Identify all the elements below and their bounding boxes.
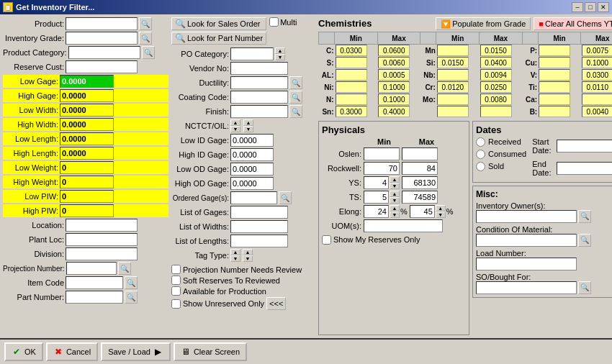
- rockwell-min-input[interactable]: [364, 162, 400, 175]
- ductility-search-btn[interactable]: 🔍: [289, 76, 302, 89]
- close-button[interactable]: ✕: [598, 2, 609, 12]
- low-length-input[interactable]: [60, 132, 114, 145]
- product-category-input[interactable]: [68, 46, 140, 59]
- chem-c-min[interactable]: [336, 45, 367, 56]
- elong-max-up[interactable]: ▲: [436, 205, 446, 211]
- rockwell-max-input[interactable]: [402, 162, 438, 175]
- high-width-input[interactable]: [60, 118, 114, 131]
- sold-radio[interactable]: [476, 162, 485, 171]
- po-category-up[interactable]: ▲: [275, 47, 285, 54]
- so-bought-for-input[interactable]: [476, 281, 577, 294]
- plant-loc-dropdown[interactable]: [66, 233, 138, 246]
- product-search-btn[interactable]: 🔍: [139, 17, 152, 30]
- chem-nb-max[interactable]: [480, 69, 512, 81]
- inventory-grade-input[interactable]: [66, 32, 138, 45]
- chem-mo-min[interactable]: [437, 94, 469, 105]
- ts-min-spinner[interactable]: ▲ ▼: [390, 191, 400, 204]
- chem-si-max[interactable]: [480, 57, 512, 68]
- coating-code-input[interactable]: [230, 91, 288, 104]
- minimize-button[interactable]: –: [572, 2, 583, 12]
- ordered-gages-search-btn[interactable]: 🔍: [279, 191, 292, 204]
- chem-s-min[interactable]: [336, 57, 367, 68]
- tag-type-spinner2[interactable]: ▲ ▼: [243, 249, 253, 262]
- part-num-search-btn[interactable]: 🔍: [125, 291, 138, 304]
- ys-min-input[interactable]: [364, 176, 389, 189]
- proj-num-search-btn[interactable]: 🔍: [118, 262, 131, 275]
- chem-cr-min[interactable]: [437, 81, 469, 93]
- finish-input[interactable]: [230, 105, 288, 118]
- chem-sn-max[interactable]: [378, 106, 410, 117]
- maximize-button[interactable]: □: [585, 2, 596, 12]
- start-date-input[interactable]: [557, 140, 613, 153]
- po-category-spinner[interactable]: ▲ ▼: [275, 47, 285, 60]
- po-category-down[interactable]: ▼: [275, 54, 285, 60]
- show-my-reserves-checkbox[interactable]: [322, 235, 331, 245]
- ys-min-spinner[interactable]: ▲ ▼: [390, 176, 400, 189]
- nctct-down1[interactable]: ▼: [230, 126, 240, 132]
- chem-p-max[interactable]: [582, 45, 612, 56]
- chem-al-min[interactable]: [336, 69, 367, 81]
- chem-blank-max[interactable]: [480, 106, 512, 117]
- save-load-button[interactable]: Save / Load ▶: [101, 342, 171, 361]
- chem-mo-max[interactable]: [480, 94, 512, 105]
- condition-material-input[interactable]: [476, 234, 577, 247]
- high-od-gage-input[interactable]: [230, 177, 274, 190]
- chem-ti-min[interactable]: [539, 81, 570, 93]
- available-for-production-checkbox[interactable]: [171, 286, 181, 296]
- list-of-lengths-input[interactable]: [230, 235, 288, 247]
- ductility-input[interactable]: [230, 76, 288, 89]
- product-dropdown[interactable]: [66, 17, 138, 30]
- condition-material-search-btn[interactable]: 🔍: [578, 234, 591, 247]
- elong-min-up[interactable]: ▲: [390, 205, 400, 211]
- elong-min-down[interactable]: ▼: [390, 211, 400, 218]
- chem-cu-min[interactable]: [539, 57, 570, 68]
- ts-min-input[interactable]: [364, 191, 389, 204]
- received-radio[interactable]: [476, 137, 485, 147]
- low-od-gage-input[interactable]: [230, 163, 274, 176]
- arrow-button[interactable]: <<<: [266, 297, 286, 310]
- chem-b-max[interactable]: [582, 106, 612, 117]
- chem-cu-max[interactable]: [582, 57, 612, 68]
- chem-sn-min[interactable]: [336, 106, 367, 117]
- oslen-max-input[interactable]: [402, 147, 438, 160]
- elong-min-spinner[interactable]: ▲ ▼: [390, 205, 400, 218]
- tag-type-down2[interactable]: ▼: [243, 255, 253, 262]
- nctct-up1[interactable]: ▲: [230, 119, 240, 126]
- division-dropdown[interactable]: [66, 247, 138, 260]
- populate-from-grade-btn[interactable]: 🔽 Populate from Grade: [436, 17, 531, 30]
- low-weight-input[interactable]: [60, 161, 114, 174]
- elong-max-spinner[interactable]: ▲ ▼: [436, 205, 446, 218]
- proj-num-input[interactable]: [66, 262, 117, 275]
- ok-button[interactable]: ✔ OK: [4, 342, 43, 361]
- po-category-input[interactable]: [230, 47, 274, 60]
- vendor-no-dropdown[interactable]: [230, 62, 288, 75]
- chem-n-min[interactable]: [336, 94, 367, 105]
- tag-type-spinner1[interactable]: ▲ ▼: [230, 249, 240, 262]
- item-code-search-btn[interactable]: 🔍: [125, 276, 138, 289]
- clear-all-chems-btn[interactable]: ■ Clear All Chems YTE: [534, 17, 612, 30]
- low-id-gage-input[interactable]: [230, 134, 274, 147]
- chem-ca-max[interactable]: [582, 94, 612, 105]
- chem-ca-min[interactable]: [539, 94, 570, 105]
- location-dropdown[interactable]: [66, 219, 138, 232]
- low-width-input[interactable]: [60, 104, 114, 117]
- elong-min-input[interactable]: [364, 205, 389, 218]
- nctct-down2[interactable]: ▼: [243, 126, 253, 132]
- consumed-radio[interactable]: [476, 150, 485, 159]
- elong-max-input[interactable]: [410, 205, 435, 218]
- list-of-widths-input[interactable]: [230, 220, 288, 233]
- oslen-min-input[interactable]: [364, 147, 400, 160]
- high-weight-input[interactable]: [60, 176, 114, 188]
- chem-blank-min[interactable]: [437, 106, 469, 117]
- reserve-cust-dropdown[interactable]: [66, 60, 138, 73]
- low-piw-input[interactable]: [60, 190, 114, 203]
- proj-num-needs-review-checkbox[interactable]: [171, 265, 181, 274]
- part-num-input[interactable]: [66, 291, 123, 304]
- chem-cr-max[interactable]: [480, 81, 512, 93]
- soft-reserves-checkbox[interactable]: [171, 276, 181, 285]
- inventory-grade-search-btn[interactable]: 🔍: [139, 32, 152, 45]
- ts-min-down[interactable]: ▼: [390, 197, 400, 204]
- chem-al-max[interactable]: [378, 69, 410, 81]
- chem-nb-min[interactable]: [437, 69, 469, 81]
- nctct-up2[interactable]: ▲: [243, 119, 253, 126]
